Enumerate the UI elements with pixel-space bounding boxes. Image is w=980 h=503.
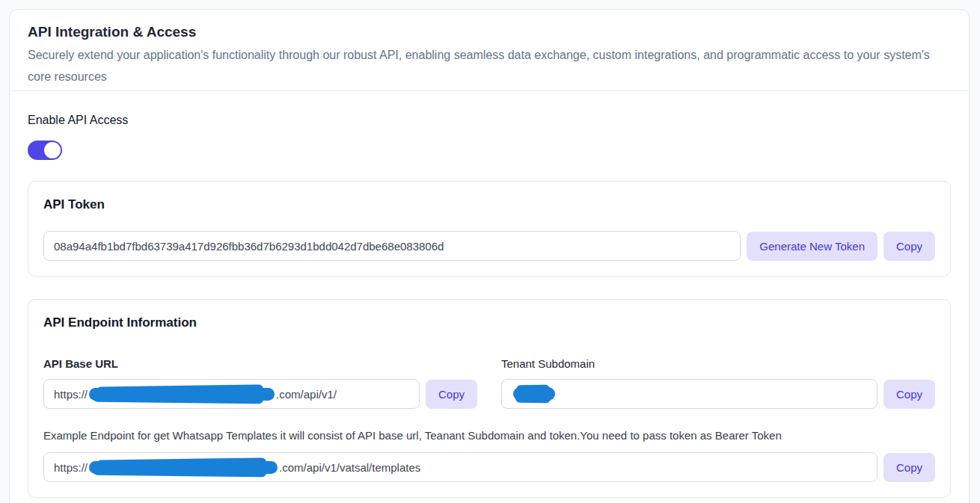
example-endpoint-note: Example Endpoint for get Whatsapp Templa… xyxy=(43,428,935,443)
page-subtitle: Securely extend your application's funct… xyxy=(28,44,951,89)
api-settings-card: API Integration & Access Securely extend… xyxy=(9,9,970,503)
tenant-subdomain-label: Tenant Subdomain xyxy=(501,357,935,371)
enable-api-access-toggle[interactable] xyxy=(28,141,62,160)
copy-example-endpoint-button[interactable]: Copy xyxy=(883,453,935,482)
api-base-url-input[interactable]: https:// .com/api/v1/ xyxy=(43,379,420,409)
api-token-input[interactable] xyxy=(43,231,741,261)
card-header: API Integration & Access Securely extend… xyxy=(10,10,969,91)
api-base-url-label: API Base URL xyxy=(43,357,477,371)
endpoint-fields-grid: API Base URL https:// .com/api/v1/ Copy … xyxy=(43,357,935,409)
copy-token-button[interactable]: Copy xyxy=(883,232,935,261)
redaction-scribble xyxy=(89,461,278,474)
api-token-title: API Token xyxy=(43,197,935,213)
url-suffix: .com/api/v1/vatsal/templates xyxy=(279,461,420,474)
redaction-scribble xyxy=(89,388,275,401)
api-base-url-field: API Base URL https:// .com/api/v1/ Copy xyxy=(43,357,477,409)
copy-subdomain-button[interactable]: Copy xyxy=(883,380,935,409)
url-suffix: .com/api/v1/ xyxy=(276,388,337,401)
api-endpoint-title: API Endpoint Information xyxy=(43,315,935,331)
toggle-knob xyxy=(44,142,61,158)
url-prefix: https:// xyxy=(54,461,88,474)
tenant-subdomain-field: Tenant Subdomain Copy xyxy=(501,357,935,409)
generate-new-token-button[interactable]: Generate New Token xyxy=(747,232,878,261)
example-endpoint-input[interactable]: https:// .com/api/v1/vatsal/templates xyxy=(43,452,878,482)
url-prefix: https:// xyxy=(54,388,88,401)
api-token-row: Generate New Token Copy xyxy=(43,231,935,261)
example-endpoint-row: https:// .com/api/v1/vatsal/templates Co… xyxy=(43,452,935,482)
copy-base-url-button[interactable]: Copy xyxy=(426,380,477,409)
api-token-card: API Token Generate New Token Copy xyxy=(28,181,951,277)
tenant-subdomain-input[interactable] xyxy=(501,379,878,409)
card-body: Enable API Access API Token Generate New… xyxy=(10,91,969,503)
api-endpoint-card: API Endpoint Information API Base URL ht… xyxy=(28,299,951,498)
enable-api-access-label: Enable API Access xyxy=(28,112,951,129)
redaction-scribble xyxy=(513,387,555,401)
page-title: API Integration & Access xyxy=(28,23,951,41)
